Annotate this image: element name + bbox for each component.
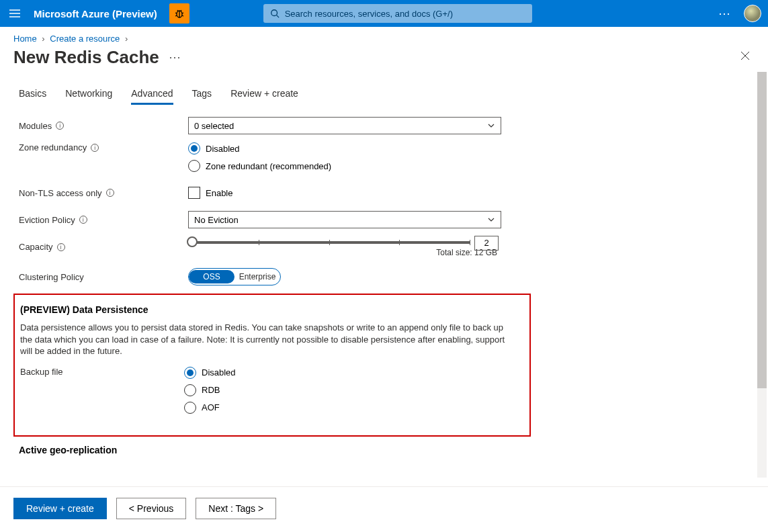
- title-more-icon[interactable]: ⋯: [169, 50, 181, 64]
- hamburger-menu-icon[interactable]: [7, 5, 23, 21]
- zone-option-zone-redundant[interactable]: Zone redundant (recommended): [188, 160, 501, 172]
- radio-label: AOF: [202, 402, 220, 412]
- info-icon[interactable]: i: [56, 122, 64, 130]
- svg-line-8: [182, 15, 183, 16]
- chevron-down-icon: [487, 216, 495, 224]
- svg-line-7: [175, 15, 177, 16]
- clustering-policy-label: Clustering Policy: [19, 272, 84, 282]
- breadcrumb-home[interactable]: Home: [13, 34, 37, 44]
- eviction-policy-select[interactable]: No Eviction: [188, 211, 501, 228]
- svg-line-5: [175, 13, 177, 13]
- eviction-policy-label: Eviction Policy: [19, 215, 75, 225]
- review-create-button[interactable]: Review + create: [13, 498, 107, 519]
- clustering-option-oss[interactable]: OSS: [189, 270, 234, 283]
- search-placeholder: Search resources, services, and docs (G+…: [285, 9, 453, 19]
- backup-option-disabled[interactable]: Disabled: [184, 367, 497, 379]
- radio-icon: [184, 384, 196, 396]
- radio-label: Disabled: [202, 367, 236, 378]
- more-menu-icon[interactable]: ⋯: [718, 6, 732, 21]
- clustering-policy-toggle[interactable]: OSS Enterprise: [188, 268, 281, 285]
- tab-basics[interactable]: Basics: [19, 84, 46, 105]
- capacity-total-size: Total size: 12 GB: [188, 248, 497, 257]
- svg-line-10: [181, 10, 181, 11]
- zone-redundancy-label: Zone redundancy: [19, 142, 87, 152]
- tab-networking[interactable]: Networking: [65, 84, 112, 105]
- breadcrumb: Home › Create a resource ›: [0, 27, 768, 46]
- info-icon[interactable]: i: [106, 189, 114, 197]
- brand-label[interactable]: Microsoft Azure (Preview): [34, 8, 157, 19]
- title-bar: New Redis Cache ⋯: [0, 46, 768, 72]
- slider-thumb[interactable]: [187, 236, 198, 247]
- tab-bar: Basics Networking Advanced Tags Review +…: [19, 84, 749, 105]
- svg-line-9: [177, 10, 178, 11]
- modules-value: 0 selected: [194, 121, 234, 131]
- tab-advanced[interactable]: Advanced: [131, 84, 173, 105]
- chevron-right-icon: ›: [42, 34, 44, 44]
- checkbox-icon: [188, 187, 200, 199]
- clustering-option-enterprise[interactable]: Enterprise: [234, 270, 280, 283]
- radio-label: Disabled: [206, 144, 240, 154]
- chevron-down-icon: [487, 122, 495, 130]
- info-icon[interactable]: i: [57, 243, 65, 251]
- tab-tags[interactable]: Tags: [192, 84, 212, 105]
- eviction-value: No Eviction: [194, 215, 239, 225]
- radio-icon: [188, 142, 200, 154]
- modules-select[interactable]: 0 selected: [188, 117, 501, 134]
- close-icon[interactable]: [736, 46, 755, 68]
- svg-line-12: [276, 15, 279, 18]
- capacity-slider[interactable]: 2: [188, 241, 470, 244]
- global-search-input[interactable]: Search resources, services, and docs (G+…: [263, 4, 532, 23]
- non-tls-enable-checkbox[interactable]: Enable: [188, 187, 501, 199]
- svg-line-6: [182, 13, 183, 13]
- breadcrumb-create-resource[interactable]: Create a resource: [50, 34, 120, 44]
- next-button[interactable]: Next : Tags >: [196, 498, 276, 519]
- backup-option-rdb[interactable]: RDB: [184, 384, 497, 396]
- svg-point-11: [271, 10, 277, 16]
- radio-icon: [188, 160, 200, 172]
- capacity-label: Capacity: [19, 242, 53, 252]
- non-tls-label: Non-TLS access only: [19, 188, 102, 198]
- search-icon: [270, 9, 280, 18]
- wizard-footer: Review + create < Previous Next : Tags >: [0, 486, 768, 532]
- chevron-right-icon: ›: [125, 34, 128, 44]
- previous-button[interactable]: < Previous: [116, 498, 187, 519]
- info-icon[interactable]: i: [79, 216, 87, 224]
- persistence-description: Data persistence allows you to persist d…: [20, 322, 517, 357]
- backup-option-aof[interactable]: AOF: [184, 402, 497, 414]
- radio-label: RDB: [202, 385, 220, 395]
- capacity-value-input[interactable]: 2: [474, 236, 499, 251]
- modules-label: Modules: [19, 121, 52, 131]
- info-icon[interactable]: i: [91, 144, 99, 152]
- backup-file-label: Backup file: [20, 367, 63, 377]
- user-avatar[interactable]: [744, 5, 761, 22]
- radio-icon: [184, 402, 196, 414]
- radio-icon: [184, 367, 196, 379]
- top-navigation-bar: Microsoft Azure (Preview) Search resourc…: [0, 0, 768, 27]
- scrollbar-thumb[interactable]: [757, 72, 767, 388]
- geo-replication-heading: Active geo-replication: [19, 445, 749, 455]
- zone-option-disabled[interactable]: Disabled: [188, 142, 501, 154]
- persistence-heading: (PREVIEW) Data Persistence: [20, 304, 519, 315]
- data-persistence-section: (PREVIEW) Data Persistence Data persiste…: [13, 294, 531, 437]
- bug-icon[interactable]: [169, 3, 189, 24]
- tab-review-create[interactable]: Review + create: [230, 84, 298, 105]
- page-title: New Redis Cache: [13, 47, 159, 68]
- checkbox-label: Enable: [206, 188, 232, 198]
- radio-label: Zone redundant (recommended): [206, 161, 331, 171]
